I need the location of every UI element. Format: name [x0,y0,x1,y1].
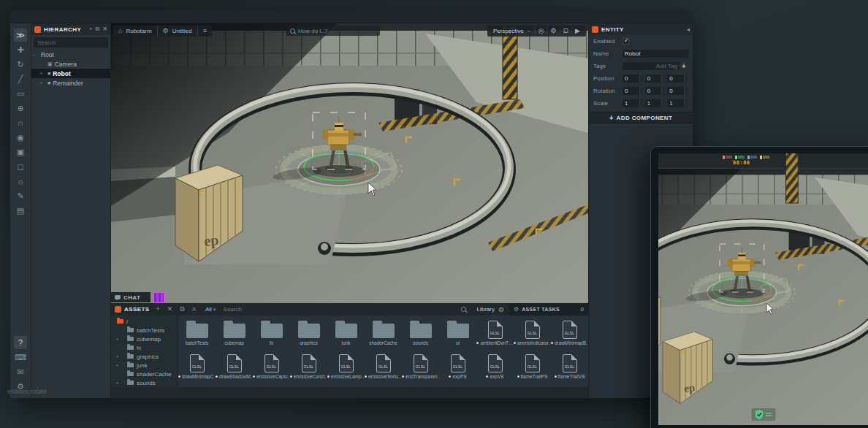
asset-tile[interactable]: GLSL ammoIndicator… [514,319,551,353]
asset-tile[interactable]: GLSL endTransparen… [402,353,439,386]
asset-tile[interactable]: GLSL flameTrailPS [514,353,551,386]
assets-search-input[interactable] [224,306,462,313]
expand-toggle-icon[interactable]: + [39,80,45,86]
assets-tree-folder[interactable]: fx [111,343,178,352]
scale-x-field[interactable]: 1 [623,99,644,107]
scale-tool-icon[interactable]: ╱ [14,72,27,85]
add-component-button[interactable]: + ADD COMPONENT [589,112,693,123]
collapse-panel-icon[interactable]: ◂ [687,26,690,33]
assets-root-folder[interactable]: / [111,317,178,326]
position-x-field[interactable]: 0 [623,74,644,83]
prefab-tool-icon[interactable]: ▤ [14,204,27,217]
world-space-icon[interactable]: ⊕ [14,102,27,115]
move-tool-icon[interactable]: ✚ [14,43,27,56]
asset-tile[interactable]: GLSL ambientDynT… [476,319,514,353]
screen-space-icon[interactable]: ▣ [14,145,27,158]
asset-tile[interactable]: GLSL emissiveConst… [290,353,327,386]
launch-viewport[interactable]: 888 888 888 888 [658,153,868,425]
viewport-settings-icon[interactable]: ⚙ [547,27,559,34]
hud-segment: 888 [723,155,732,159]
assets-tree-folder[interactable]: + cubemap [111,335,178,343]
hierarchy-search-input[interactable] [34,39,121,46]
asset-tile[interactable]: sounds [402,319,439,353]
folder-icon [127,345,134,350]
add-asset-icon[interactable]: + [156,305,159,313]
rotation-x-field[interactable]: 0 [623,87,644,95]
resize-tool-icon[interactable]: ▭ [14,87,27,100]
asset-tile[interactable]: GLSL emissiveTextu… [365,353,402,386]
camera-tool-icon[interactable]: ◻ [14,160,27,173]
expand-toggle-icon[interactable]: + [115,362,119,369]
asset-tile[interactable]: graphics [290,319,327,353]
help-search-box[interactable]: How do I..? [286,26,380,36]
asset-tile[interactable]: GLSL emissiveCaptu… [253,353,290,386]
model-entity-icon: ■ [47,71,50,76]
scene-list-button[interactable]: ≡ [198,26,212,37]
assets-filter-select[interactable]: All ▾ [205,306,216,313]
rotate-tool-icon[interactable]: ↻ [14,58,27,71]
tags-input[interactable] [623,62,679,70]
snap-magnet-icon[interactable]: ∩ [14,116,27,129]
light-tool-icon[interactable]: ☼ [14,175,27,188]
assets-tree-folder[interactable]: + sounds [111,378,178,387]
edit-tool-icon[interactable]: ✎ [14,189,27,202]
enabled-checkbox[interactable] [623,38,629,45]
focus-eye-icon[interactable]: ◉ [14,131,27,144]
asset-tile[interactable]: GLSL flameTrailVS [551,353,588,386]
asset-tile[interactable]: cubemap [216,319,253,353]
rotation-y-field[interactable]: 0 [645,87,666,95]
assets-tree-folder[interactable]: shaderCache [111,370,178,378]
entity-name-input[interactable] [623,50,688,58]
delete-entity-icon[interactable]: ✕ [102,26,107,33]
position-y-field[interactable]: 0 [645,74,666,83]
asset-tile[interactable]: GLSL emissiveLamp… [327,353,365,386]
add-entity-icon[interactable]: + [89,26,93,33]
position-z-field[interactable]: 0 [667,74,688,83]
add-tag-button[interactable]: + [679,62,688,70]
fullscreen-icon[interactable]: ⊡ [560,27,572,34]
library-button[interactable]: Library⚙ [476,306,504,313]
launch-play-icon[interactable]: ▶ [571,27,583,34]
feedback-icon[interactable]: ✉ [14,365,27,378]
asset-tile[interactable]: fx [253,319,290,353]
expand-toggle-icon[interactable]: + [39,70,45,77]
expand-toggle-icon[interactable]: - [33,51,39,58]
rotation-z-field[interactable]: 0 [667,87,688,95]
expand-toggle-icon[interactable]: + [115,380,119,386]
asset-tile[interactable]: shaderCache [365,319,402,353]
expand-toggle-icon[interactable]: + [115,336,119,343]
asset-tile[interactable]: GLSL drawShadowM… [216,353,253,386]
asset-tile[interactable]: GLSL drawMinimapC… [178,353,216,386]
hierarchy-tree-row[interactable]: ▣ Camera [31,59,110,69]
asset-tile[interactable]: ui [439,319,476,353]
delete-asset-icon[interactable]: ✕ [167,305,173,313]
help-icon[interactable]: ? [14,336,27,349]
list-view-icon[interactable]: ≡ [192,305,196,313]
duplicate-entity-icon[interactable]: ⧉ [96,26,100,33]
asset-tasks-button[interactable]: ⚙ ASSET TASKS 0 [509,303,588,316]
scale-z-field[interactable]: 1 [667,99,688,107]
expand-toggle-icon[interactable]: + [115,354,119,360]
scale-y-field[interactable]: 1 [645,99,666,107]
scene-settings-button[interactable]: ⚙ Untitled [158,26,198,37]
assets-tree-folder[interactable]: batchTests [111,326,178,335]
asset-tile[interactable]: junk [327,319,365,353]
hierarchy-tree-row[interactable]: + ■ Remainder [31,78,110,88]
project-home-button[interactable]: ⌂ Robotarm [113,26,158,37]
asset-tile[interactable]: GLSL expPS [439,353,476,386]
camera-mode-select[interactable]: Perspective [490,28,527,34]
hierarchy-tree-row[interactable]: - Root [31,50,110,59]
assets-tree-folder[interactable]: + graphics [111,352,178,361]
asset-name: flameTrailVS [551,374,588,379]
hierarchy-tree-row[interactable]: + ■ Robot [31,69,110,78]
focus-camera-icon[interactable]: ◎ [535,27,547,34]
asset-tile[interactable]: batchTests [178,319,216,353]
asset-tile[interactable]: GLSL drawMinimapB… [551,319,588,353]
duplicate-asset-icon[interactable]: ⧉ [180,305,184,313]
collapse-panels-icon[interactable]: ≫ [14,28,27,42]
chat-bar[interactable]: CHAT [111,292,151,302]
shortcuts-icon[interactable]: ⌨ [14,351,27,364]
chat-user-avatar[interactable] [153,292,164,303]
assets-tree-folder[interactable]: + junk [111,361,178,370]
asset-tile[interactable]: GLSL expVS [476,353,514,386]
